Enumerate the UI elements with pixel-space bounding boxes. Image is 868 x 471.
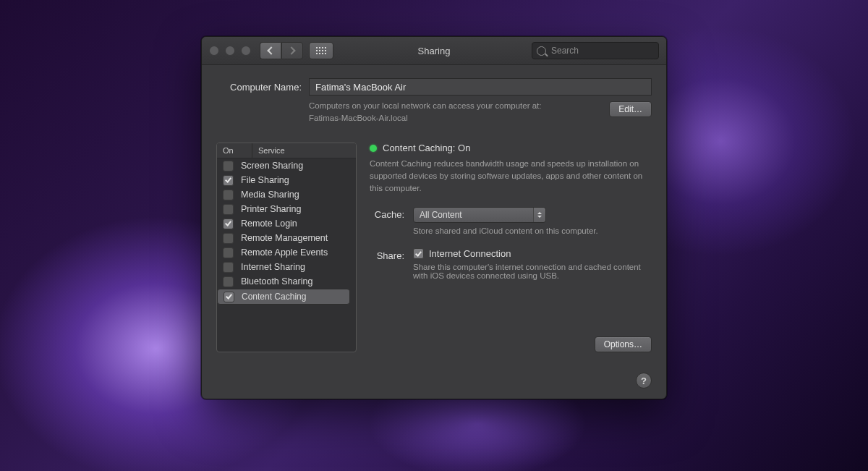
- service-row[interactable]: Remote Apple Events: [217, 245, 356, 260]
- detail-pane: Content Caching: On Content Caching redu…: [370, 143, 652, 352]
- search-input[interactable]: [550, 45, 654, 56]
- service-checkbox[interactable]: [223, 190, 234, 200]
- status-label: Content Caching: On: [383, 143, 470, 153]
- service-label: Screen Sharing: [241, 161, 303, 171]
- options-button[interactable]: Options…: [595, 336, 652, 352]
- service-row[interactable]: Remote Login: [217, 216, 356, 231]
- close-button[interactable]: [209, 46, 219, 56]
- cache-select[interactable]: All Content: [413, 207, 546, 223]
- service-row[interactable]: Internet Sharing: [217, 260, 356, 274]
- show-all-button[interactable]: [309, 42, 333, 59]
- share-internet-checkbox[interactable]: Internet Connection: [413, 248, 652, 259]
- service-description: Content Caching reduces bandwidth usage …: [370, 158, 652, 194]
- computer-name-label: Computer Name:: [216, 82, 302, 93]
- share-label: Share:: [370, 248, 404, 261]
- computer-name-row: Computer Name: Fatima's MacBook Air: [216, 78, 652, 96]
- service-row[interactable]: Media Sharing: [217, 187, 356, 202]
- status-indicator-icon: [370, 145, 377, 152]
- stepper-arrows-icon: [533, 208, 545, 222]
- forward-button[interactable]: [281, 42, 303, 59]
- cache-label: Cache:: [370, 207, 404, 220]
- grid-icon: [316, 47, 326, 54]
- service-row[interactable]: Content Caching: [217, 289, 350, 305]
- service-label: Internet Sharing: [241, 262, 305, 272]
- computer-name-note: Computers on your local network can acce…: [309, 100, 602, 124]
- service-checkbox[interactable]: [223, 204, 234, 215]
- service-row[interactable]: Bluetooth Sharing: [217, 274, 356, 289]
- service-row[interactable]: Screen Sharing: [217, 158, 356, 173]
- checkbox-checked-icon: [413, 248, 424, 259]
- cache-hint: Store shared and iCloud content on this …: [413, 226, 598, 235]
- minimize-button[interactable]: [225, 46, 235, 56]
- share-hint: Share this computer's internet connectio…: [413, 263, 652, 280]
- help-button[interactable]: ?: [636, 373, 652, 389]
- chevron-left-icon: [267, 46, 275, 54]
- titlebar: Sharing: [202, 37, 666, 65]
- zoom-button[interactable]: [241, 46, 251, 56]
- service-checkbox[interactable]: [223, 218, 234, 229]
- service-checkbox[interactable]: [223, 276, 234, 287]
- service-checkbox[interactable]: [224, 292, 234, 302]
- service-checkbox[interactable]: [223, 233, 234, 244]
- sharing-prefs-window: Sharing Computer Name: Fatima's MacBook …: [201, 36, 667, 399]
- service-checkbox[interactable]: [223, 262, 234, 273]
- services-list: On Service Screen SharingFile SharingMed…: [216, 143, 357, 352]
- back-button[interactable]: [260, 42, 281, 59]
- service-label: Content Caching: [242, 292, 306, 302]
- services-header: On Service: [217, 143, 356, 158]
- service-label: File Sharing: [241, 175, 289, 185]
- nav-segment: [260, 42, 303, 59]
- service-label: Media Sharing: [241, 190, 299, 200]
- service-checkbox[interactable]: [223, 161, 234, 171]
- service-label: Bluetooth Sharing: [241, 276, 312, 287]
- service-label: Remote Apple Events: [241, 247, 328, 258]
- computer-name-field[interactable]: Fatima's MacBook Air: [309, 78, 652, 96]
- header-on: On: [217, 143, 252, 158]
- search-icon: [537, 46, 546, 56]
- chevron-right-icon: [287, 46, 295, 54]
- edit-button[interactable]: Edit…: [609, 101, 652, 117]
- service-checkbox[interactable]: [223, 247, 234, 258]
- search-field[interactable]: [532, 42, 659, 59]
- header-service: Service: [252, 143, 291, 158]
- service-row[interactable]: Printer Sharing: [217, 202, 356, 216]
- service-label: Printer Sharing: [241, 204, 301, 214]
- service-row[interactable]: File Sharing: [217, 173, 356, 187]
- content: Computer Name: Fatima's MacBook Air Comp…: [202, 65, 666, 399]
- service-label: Remote Management: [241, 233, 328, 243]
- window-controls: [209, 46, 251, 56]
- service-checkbox[interactable]: [223, 175, 234, 186]
- service-label: Remote Login: [241, 218, 297, 229]
- service-row[interactable]: Remote Management: [217, 231, 356, 245]
